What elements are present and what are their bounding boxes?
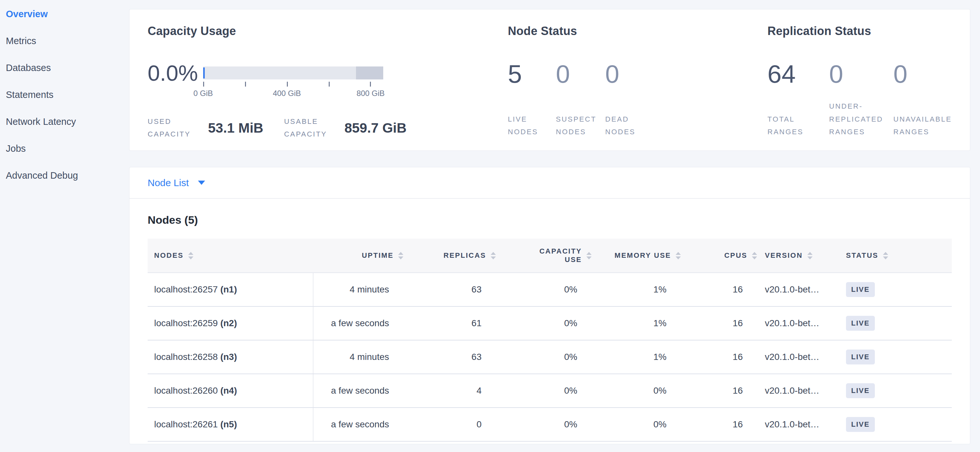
uptime-cell: 4 minutes	[313, 340, 407, 374]
sidebar-item-advanced-debug[interactable]: Advanced Debug	[0, 162, 127, 189]
total-ranges-label: TOTAL RANGES	[767, 113, 829, 138]
capacity-gauge: 0.0% 0 GiB 400 Gi	[148, 62, 508, 87]
suspect-nodes-value: 0	[556, 61, 605, 87]
unavailable-ranges-label: UNAVAILABLE RANGES	[893, 113, 970, 138]
usable-capacity-stat: USABLE CAPACITY 859.7 GiB	[284, 116, 406, 140]
replicas-cell: 4	[407, 374, 500, 408]
column-label: MEMORY USE	[615, 251, 671, 260]
column-header-capacity-use[interactable]: CAPACITY USE	[500, 239, 595, 273]
column-header-version[interactable]: VERSION	[761, 239, 842, 273]
node-address-cell[interactable]: localhost:26261 (n5)	[148, 408, 313, 441]
under-replicated-ranges-label: UNDER-REPLICATED RANGES	[829, 100, 893, 138]
node-list-dropdown[interactable]: Node List	[148, 178, 205, 189]
axis-tick-label: 0 GiB	[193, 89, 213, 98]
node-address-cell[interactable]: localhost:26260 (n4)	[148, 374, 313, 408]
sidebar-item-network-latency[interactable]: Network Latency	[0, 108, 127, 135]
node-list-dropdown-label: Node List	[148, 178, 189, 189]
column-label: UPTIME	[362, 251, 394, 260]
capacity-bar	[203, 67, 383, 79]
cpus-cell: 16	[685, 408, 761, 441]
memory-use-cell: 1%	[595, 340, 685, 374]
node-id: (n4)	[220, 385, 237, 396]
cpus-cell: 16	[685, 273, 761, 306]
sidebar-item-overview[interactable]: Overview	[0, 1, 127, 27]
replication-status-section: Replication Status 64 TOTAL RANGES 0 UND…	[767, 24, 970, 151]
usable-capacity-label: USABLE CAPACITY	[284, 116, 336, 140]
status-badge: LIVE	[846, 349, 875, 365]
node-address-cell[interactable]: localhost:26257 (n1)	[148, 273, 313, 306]
status-cell: LIVE	[842, 273, 952, 306]
status-cell: LIVE	[842, 408, 952, 441]
capacity-use-cell: 0%	[500, 374, 595, 408]
uptime-cell: a few seconds	[313, 374, 407, 408]
status-cell: LIVE	[842, 340, 952, 374]
version-cell: v20.1.0-bet…	[761, 306, 842, 340]
column-header-uptime[interactable]: UPTIME	[313, 239, 407, 273]
used-capacity-value: 53.1 MiB	[208, 120, 263, 136]
column-header-memory-use[interactable]: MEMORY USE	[595, 239, 685, 273]
status-badge: LIVE	[846, 383, 875, 398]
node-list-card: Node List Nodes (5) NODES	[129, 167, 970, 444]
capacity-bar-dark-segment	[356, 67, 383, 79]
status-cell: LIVE	[842, 374, 952, 408]
node-address-cell[interactable]: localhost:26259 (n2)	[148, 306, 313, 340]
axis-tick-label: 400 GiB	[273, 89, 301, 98]
column-label: CAPACITY USE	[530, 247, 582, 264]
memory-use-cell: 0%	[595, 374, 685, 408]
capacity-percent: 0.0%	[148, 62, 198, 84]
column-header-cpus[interactable]: CPUS	[685, 239, 761, 273]
node-status-title: Node Status	[508, 24, 767, 38]
dead-nodes-value: 0	[605, 61, 654, 87]
node-address-cell[interactable]: localhost:26258 (n3)	[148, 340, 313, 374]
node-address[interactable]: localhost:26258	[154, 352, 218, 362]
table-row: localhost:26261 (n5) a few seconds 0 0% …	[148, 408, 952, 441]
total-ranges-value: 64	[767, 61, 829, 87]
cluster-summary-card: Capacity Usage 0.0%	[129, 9, 970, 151]
column-header-status[interactable]: STATUS	[842, 239, 952, 273]
dead-nodes-label: DEAD NODES	[605, 113, 654, 138]
sidebar-item-statements[interactable]: Statements	[0, 81, 127, 108]
capacity-stats: USED CAPACITY 53.1 MiB USABLE CAPACITY 8…	[148, 116, 508, 140]
node-address[interactable]: localhost:26259	[154, 318, 218, 328]
column-label: NODES	[154, 251, 184, 260]
suspect-nodes-stat: 0 SUSPECT NODES	[556, 61, 605, 138]
node-address[interactable]: localhost:26257	[154, 284, 218, 294]
axis-tick	[287, 82, 288, 87]
sort-icon	[807, 252, 813, 259]
node-id: (n3)	[220, 352, 237, 362]
sidebar-item-metrics[interactable]: Metrics	[0, 27, 127, 54]
chevron-down-icon	[198, 181, 205, 185]
sidebar-item-databases[interactable]: Databases	[0, 54, 127, 81]
replicas-cell: 0	[407, 408, 500, 441]
sort-icon	[188, 252, 193, 259]
nodes-count-heading: Nodes (5)	[148, 214, 952, 226]
live-nodes-label: LIVE NODES	[508, 113, 556, 138]
sidebar-item-jobs[interactable]: Jobs	[0, 135, 127, 162]
usable-capacity-value: 859.7 GiB	[344, 120, 406, 136]
table-row: localhost:26260 (n4) a few seconds 4 0% …	[148, 374, 952, 408]
column-header-replicas[interactable]: REPLICAS	[407, 239, 500, 273]
sort-icon	[883, 252, 888, 259]
column-label: VERSION	[765, 251, 803, 260]
axis-tick	[370, 82, 371, 87]
cpus-cell: 16	[685, 374, 761, 408]
nodes-table: NODES UPTIME REPLICAS CAPACITY USE	[148, 239, 952, 442]
sidebar: Overview Metrics Databases Statements Ne…	[0, 0, 127, 444]
node-address[interactable]: localhost:26260	[154, 385, 218, 396]
column-label: STATUS	[846, 251, 878, 260]
under-replicated-ranges-value: 0	[829, 61, 893, 87]
node-status-stats: 5 LIVE NODES 0 SUSPECT NODES 0 DEAD NODE…	[508, 61, 767, 138]
sort-icon	[676, 252, 681, 259]
table-row: localhost:26258 (n3) 4 minutes 63 0% 1% …	[148, 340, 952, 374]
uptime-cell: a few seconds	[313, 306, 407, 340]
replicas-cell: 63	[407, 340, 500, 374]
node-list-dropdown-bar: Node List	[129, 167, 970, 199]
column-header-nodes[interactable]: NODES	[148, 239, 313, 273]
axis-tick	[203, 82, 204, 87]
version-cell: v20.1.0-bet…	[761, 340, 842, 374]
capacity-usage-title: Capacity Usage	[148, 24, 508, 38]
capacity-axis: 0 GiB 400 GiB 800 GiB	[203, 82, 371, 87]
node-address[interactable]: localhost:26261	[154, 419, 218, 429]
replication-stats: 64 TOTAL RANGES 0 UNDER-REPLICATED RANGE…	[767, 61, 970, 138]
page: Overview Metrics Databases Statements Ne…	[0, 0, 980, 444]
